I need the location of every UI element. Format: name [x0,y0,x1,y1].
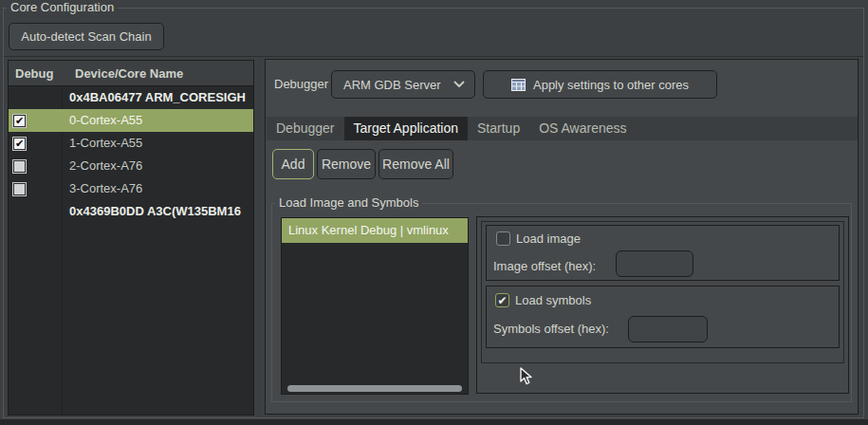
debug-checkbox-core3[interactable] [13,183,26,195]
load-symbols-label: Load symbols [515,293,591,308]
add-button-label: Add [282,157,305,172]
remove-all-button-label: Remove All [382,157,450,172]
tab-strip: Debugger Target Application Startup OS A… [267,117,858,140]
tab-debugger[interactable]: Debugger [267,117,344,140]
load-image-symbols-groupbox: Load Image and Symbols Linux Kernel Debu… [271,203,852,402]
apply-settings-label: Apply settings to other cores [533,78,689,92]
table-header: Debug Device/Core Name [9,61,253,86]
table-row-core2[interactable]: 2-Cortex-A76 [9,155,253,177]
mouse-arrow-icon [520,367,533,386]
remove-button[interactable]: Remove [317,149,376,179]
core-settings-panel: Debugger ARM GDB Server Apply settings t… [265,59,859,415]
debug-checkbox-core0[interactable] [13,115,26,127]
table-row-coresight[interactable]: 0x4BA06477 ARM_CORESIGH [9,86,253,109]
core-name: 1-Cortex-A55 [63,132,253,155]
core-name: 0x4BA06477 ARM_CORESIGH [63,86,253,109]
load-symbols-checkbox[interactable] [495,293,509,307]
tab-target-application[interactable]: Target Application [344,117,469,140]
load-detail-inner: Load image Image offset (hex): Load symb… [481,221,844,363]
autodetect-scan-chain-button[interactable]: Auto-detect Scan Chain [9,23,164,50]
debug-checkbox-core2[interactable] [13,160,26,173]
table-row-core3[interactable]: 3-Cortex-A76 [9,177,253,200]
autodetect-scan-chain-label: Auto-detect Scan Chain [21,29,151,44]
debug-checkbox-core1[interactable] [13,138,26,150]
table-row-core0[interactable]: 0-Cortex-A55 [9,109,253,132]
table-row-core1[interactable]: 1-Cortex-A55 [9,132,253,155]
image-offset-input[interactable] [616,250,693,277]
list-item-linux-kernel-debug[interactable]: Linux Kernel Debug | vmlinux [282,218,468,243]
load-group-title: Load Image and Symbols [275,195,422,211]
load-image-checkbox[interactable] [496,231,510,246]
symbols-offset-input[interactable] [628,316,708,342]
tab-startup[interactable]: Startup [468,117,529,140]
core-name: 2-Cortex-A76 [63,155,253,177]
column-header-debug[interactable]: Debug [9,61,63,85]
remove-button-label: Remove [322,157,371,172]
debugger-select-value: ARM GDB Server [343,78,441,92]
load-symbols-panel: Load symbols Symbols offset (hex): [486,286,840,348]
image-offset-label: Image offset (hex): [493,258,596,274]
core-name: 3-Cortex-A76 [63,177,253,200]
apply-settings-button[interactable]: Apply settings to other cores [483,70,717,99]
core-name: 0-Cortex-A55 [63,109,253,132]
core-table: Debug Device/Core Name 0x4BA06477 ARM_CO… [8,60,254,416]
chevron-down-icon [453,81,465,88]
debugger-select[interactable]: ARM GDB Server [331,70,475,99]
window-bottom-edge [0,419,868,425]
core-name: 0x4369B0DD A3C(W135BM16 [63,200,253,223]
core-configuration-dialog: Core Configuration Auto-detect Scan Chai… [0,0,868,425]
table-icon [511,79,526,91]
symbols-offset-label: Symbols offset (hex): [493,321,609,337]
column-header-device-core-name[interactable]: Device/Core Name [63,61,253,85]
load-image-panel: Load image Image offset (hex): [486,225,840,281]
group-title: Core Configuration [7,0,118,15]
table-row-a3c[interactable]: 0x4369B0DD A3C(W135BM16 [9,200,253,223]
image-symbol-list[interactable]: Linux Kernel Debug | vmlinux [281,217,469,395]
add-button[interactable]: Add [272,149,314,179]
load-image-label: Load image [516,231,581,247]
tab-os-awareness[interactable]: OS Awareness [529,117,636,140]
horizontal-scrollbar-thumb[interactable] [287,385,462,392]
remove-all-button[interactable]: Remove All [379,149,453,179]
debugger-label: Debugger [274,70,328,99]
